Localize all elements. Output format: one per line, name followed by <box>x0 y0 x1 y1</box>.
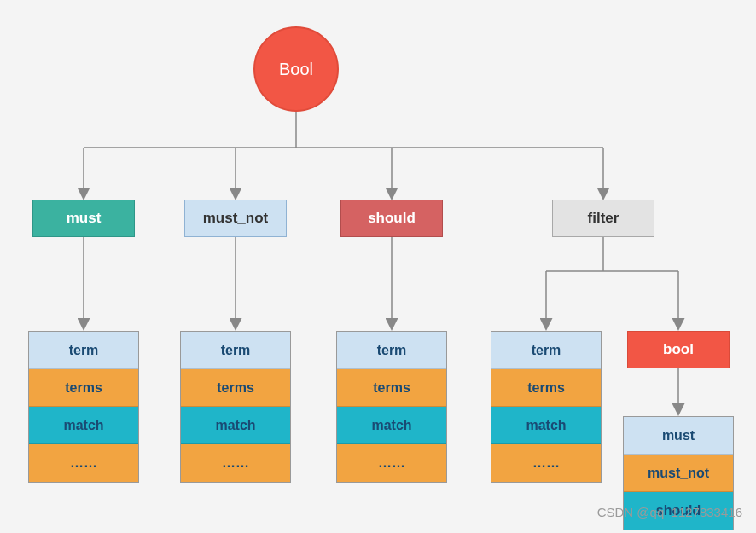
cell-match: match <box>337 407 446 444</box>
cell-terms: terms <box>29 369 138 407</box>
cell-match: match <box>181 407 290 444</box>
cell-match: match <box>491 407 601 444</box>
branch-must-not: must_not <box>184 200 287 237</box>
cell-terms: terms <box>337 369 446 407</box>
cell-term: term <box>491 332 601 369</box>
cell-term: term <box>29 332 138 369</box>
branch-must: must <box>32 200 135 237</box>
cell-must-not: must_not <box>624 455 733 492</box>
root-label: Bool <box>279 60 313 79</box>
filter-bool-node: bool <box>627 331 730 368</box>
branch-filter-label: filter <box>588 210 619 227</box>
cell-terms: terms <box>491 369 601 407</box>
cell-more: …… <box>181 444 290 482</box>
cell-must: must <box>624 417 733 455</box>
stack-filter: term terms match …… <box>491 331 602 483</box>
watermark: CSDN @qq_1127833416 <box>597 505 742 519</box>
branch-should-label: should <box>368 210 416 227</box>
branch-filter: filter <box>552 200 654 237</box>
root-node: Bool <box>253 26 339 112</box>
cell-terms: terms <box>181 369 290 407</box>
cell-more: …… <box>29 444 138 482</box>
branch-must-not-label: must_not <box>203 210 269 227</box>
filter-bool-label: bool <box>663 341 694 358</box>
stack-must-not: term terms match …… <box>180 331 291 483</box>
cell-term: term <box>181 332 290 369</box>
cell-more: …… <box>491 444 601 482</box>
branch-should: should <box>340 200 443 237</box>
stack-should: term terms match …… <box>336 331 447 483</box>
stack-must: term terms match …… <box>28 331 139 483</box>
cell-term: term <box>337 332 446 369</box>
cell-more: …… <box>337 444 446 482</box>
cell-match: match <box>29 407 138 444</box>
branch-must-label: must <box>67 210 102 227</box>
